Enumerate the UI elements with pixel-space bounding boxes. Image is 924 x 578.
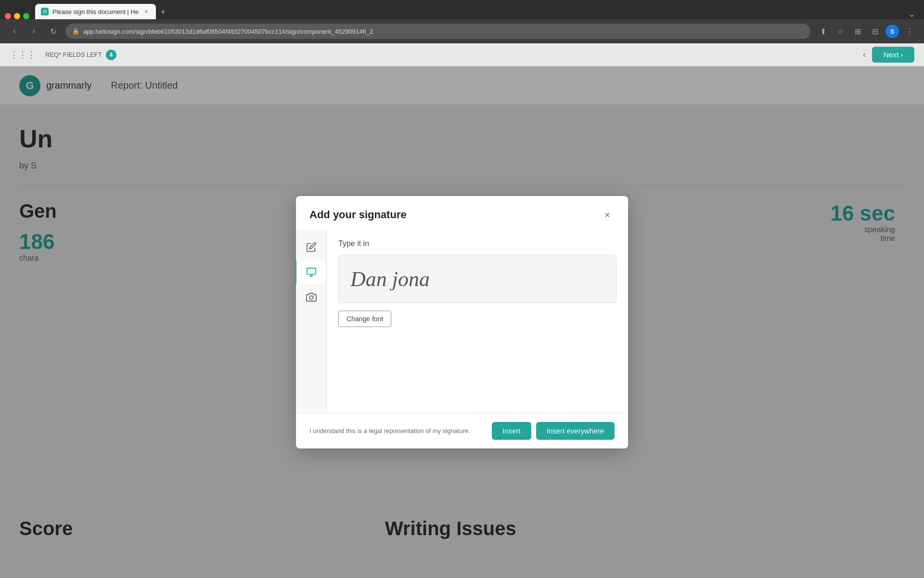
modal-header: Add your signature ×: [296, 196, 628, 230]
traffic-lights: [5, 13, 29, 19]
tab-favicon: H: [41, 8, 49, 15]
browser-chrome: H Please sign this document | He × + ⌄ ‹…: [0, 0, 924, 43]
side-tabs: [296, 230, 327, 413]
tab-type[interactable]: [296, 261, 326, 284]
tab-title: Please sign this document | He: [52, 8, 139, 15]
signature-text: Dan jona: [350, 267, 430, 291]
browser-toolbar: ‹ › ↻ 🔒 app.hellosign.com/sign/bfeb61053…: [0, 19, 924, 43]
fields-count-badge: 4: [106, 50, 116, 60]
legal-text: I understand this is a legal representat…: [309, 427, 492, 434]
modal-backdrop[interactable]: Add your signature ×: [0, 66, 924, 578]
signature-display-area[interactable]: Dan jona: [338, 255, 616, 303]
modal-body: Type it in Dan jona Change font: [296, 230, 628, 413]
section-label: Type it in: [338, 239, 616, 248]
page-content: G grammarly Report: Untitled Un by S Gen…: [0, 66, 924, 578]
hamburger-menu[interactable]: ⋮⋮⋮: [10, 50, 36, 60]
modal-close-button[interactable]: ×: [600, 208, 615, 222]
refresh-button[interactable]: ↻: [46, 25, 60, 38]
next-button[interactable]: Next ›: [872, 47, 914, 63]
share-icon[interactable]: ⬆: [816, 25, 830, 38]
change-font-button[interactable]: Change font: [338, 311, 391, 327]
modal-main: Type it in Dan jona Change font: [327, 230, 628, 413]
traffic-light-green[interactable]: [23, 13, 29, 19]
tab-bar: H Please sign this document | He × + ⌄: [0, 0, 924, 19]
tab-close-button[interactable]: ×: [142, 8, 150, 15]
lock-icon: 🔒: [72, 28, 79, 35]
tab-draw[interactable]: [300, 236, 323, 259]
profile-button[interactable]: S: [886, 25, 899, 38]
forward-button[interactable]: ›: [27, 25, 40, 38]
svg-rect-0: [307, 268, 315, 275]
traffic-light-yellow[interactable]: [14, 13, 20, 19]
extensions-icon[interactable]: ⊞: [851, 25, 864, 38]
bookmark-icon[interactable]: ☆: [834, 25, 847, 38]
sidebar-icon[interactable]: ⊟: [868, 25, 882, 38]
browser-tab[interactable]: H Please sign this document | He ×: [35, 4, 156, 19]
page-background: G grammarly Report: Untitled Un by S Gen…: [0, 66, 924, 578]
insert-button[interactable]: Insert: [492, 422, 531, 440]
svg-point-1: [309, 296, 313, 299]
address-bar[interactable]: 🔒 app.hellosign.com/sign/bfeb61053013d1d…: [65, 24, 810, 39]
modal-footer: I understand this is a legal representat…: [296, 413, 628, 448]
signature-modal: Add your signature ×: [296, 196, 628, 448]
footer-actions: Insert Insert everywhere: [492, 422, 615, 440]
app-bar: ⋮⋮⋮ REQ* FIELDS LEFT 4 ‹ Next ›: [0, 43, 924, 66]
menu-icon[interactable]: ⋮: [903, 25, 916, 38]
fields-left-label: REQ* FIELDS LEFT: [45, 51, 102, 58]
app-nav-back[interactable]: ‹: [857, 47, 872, 63]
fields-left-indicator: REQ* FIELDS LEFT 4: [45, 50, 116, 60]
tab-list-button[interactable]: ⌄: [904, 9, 919, 19]
url-text: app.hellosign.com/sign/bfeb61053013d1d6a…: [83, 28, 373, 35]
browser-actions: ⬆ ☆ ⊞ ⊟ S ⋮: [816, 25, 916, 38]
back-button[interactable]: ‹: [8, 25, 21, 38]
modal-title: Add your signature: [309, 209, 407, 221]
new-tab-button[interactable]: +: [156, 5, 170, 19]
tab-upload[interactable]: [300, 286, 323, 309]
insert-everywhere-button[interactable]: Insert everywhere: [536, 422, 615, 440]
traffic-light-red[interactable]: [5, 13, 11, 19]
